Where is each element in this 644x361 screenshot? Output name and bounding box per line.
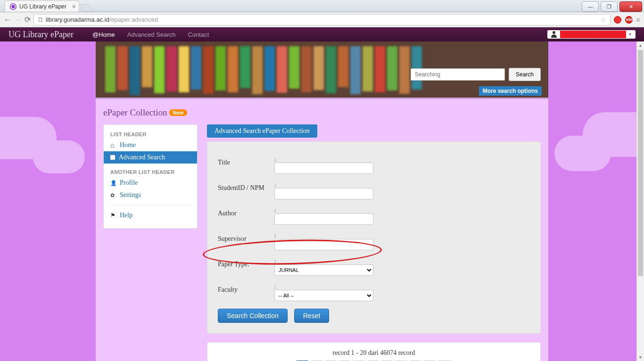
chrome-menu-icon[interactable]: ≡ (636, 16, 640, 24)
user-menu[interactable]: ▼ (547, 30, 636, 39)
user-icon (551, 31, 558, 38)
window-maximize-button[interactable]: ❐ (601, 1, 618, 12)
extension-icon-1[interactable] (613, 16, 622, 24)
adblock-icon[interactable]: ABP (625, 16, 633, 24)
bookmark-star-icon[interactable]: ☆ (600, 16, 606, 24)
url-path: /epaper.advanced (109, 16, 158, 23)
nav-reload-icon[interactable]: ⟳ (25, 15, 31, 24)
nav-link-contact[interactable]: Contact (188, 31, 209, 38)
window-close-button[interactable]: ✕ (619, 1, 642, 12)
nav-forward-icon[interactable]: → (14, 16, 22, 24)
url-input[interactable]: 🗋 library.gunadarma.ac.id/epaper.advance… (33, 14, 611, 25)
window-titlebar: UG Library ePaper × — ❐ ✕ (0, 0, 644, 12)
nav-link-advanced[interactable]: Advanced Search (127, 31, 176, 38)
tab-close-icon[interactable]: × (72, 3, 76, 10)
nav-back-icon[interactable]: ← (4, 16, 11, 24)
url-host: library.gunadarma.ac.id (46, 16, 109, 23)
page-icon: 🗋 (38, 16, 44, 23)
favicon-icon (10, 3, 17, 10)
address-bar: ← → ⟳ 🗋 library.gunadarma.ac.id/epaper.a… (0, 12, 644, 27)
site-navbar: UG Library ePaper @Home Advanced Search … (0, 27, 644, 41)
new-tab-button[interactable] (79, 4, 92, 12)
tab-title: UG Library ePaper (19, 3, 66, 10)
chevron-down-icon: ▼ (628, 32, 632, 37)
browser-tab[interactable]: UG Library ePaper × (5, 0, 79, 12)
window-minimize-button[interactable]: — (582, 1, 599, 12)
site-brand[interactable]: UG Library ePaper (8, 30, 74, 40)
user-name-redacted (560, 31, 626, 38)
nav-link-home[interactable]: @Home (92, 31, 115, 38)
